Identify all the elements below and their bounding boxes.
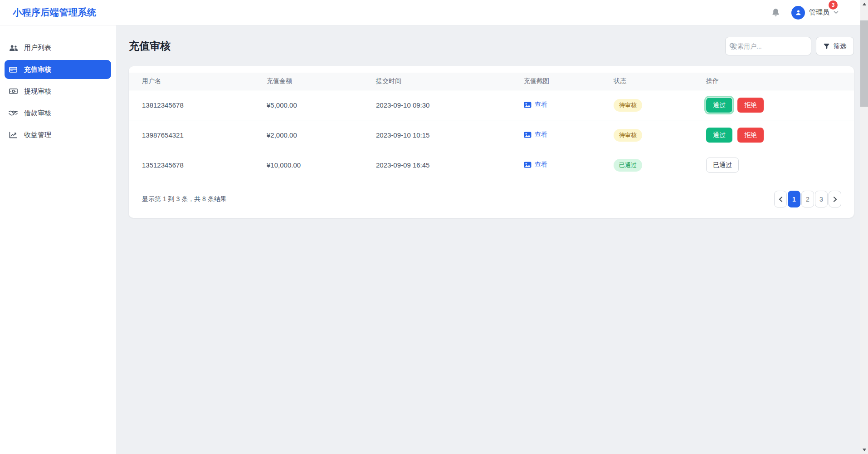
avatar [791, 6, 805, 20]
scrollbar-thumb[interactable] [860, 20, 868, 107]
image-icon [524, 162, 532, 168]
view-screenshot-link[interactable]: 查看 [524, 161, 547, 169]
user-name: 管理员 [809, 8, 829, 17]
table-header: 用户名充值金额提交时间充值截图状态操作 [129, 73, 854, 90]
view-screenshot-link[interactable]: 查看 [524, 101, 547, 109]
scrollbar-down-arrow[interactable] [860, 446, 868, 454]
chevron-down-icon [834, 11, 839, 14]
scrollbar-up-arrow[interactable] [860, 0, 868, 8]
main-content: 充值审核 筛选 用户名充值金额提交时间充值截图状态操作 13812345678¥… [116, 25, 860, 218]
sidebar-item-借款审核[interactable]: 借款审核 [5, 104, 111, 123]
view-label: 查看 [535, 101, 547, 109]
page-button-1[interactable]: 1 [788, 191, 800, 207]
filter-icon [824, 44, 829, 49]
username-cell: 13812345678 [142, 101, 267, 109]
handshake-icon [8, 110, 18, 116]
table-body: 13812345678¥5,000.002023-09-10 09:30查看待审… [129, 90, 854, 180]
view-label: 查看 [535, 161, 547, 169]
users-icon [8, 44, 18, 51]
table-row: 13512345678¥10,000.002023-09-09 16:45查看已… [129, 150, 854, 180]
approve-button[interactable]: 通过 [706, 128, 732, 143]
filter-label: 筛选 [834, 42, 846, 50]
column-header: 提交时间 [376, 77, 524, 85]
table-row: 13812345678¥5,000.002023-09-10 09:30查看待审… [129, 90, 854, 120]
search-wrap [725, 37, 811, 55]
top-header: 小程序后端管理系统 3 管理员 [0, 0, 860, 25]
next-page-button[interactable] [829, 191, 841, 207]
sidebar: 用户列表充值审核提现审核借款审核收益管理 [0, 25, 116, 454]
done-button[interactable]: 已通过 [706, 158, 739, 173]
pagination-summary: 显示第 1 到 3 条，共 8 条结果 [142, 195, 227, 203]
filter-button[interactable]: 筛选 [816, 37, 854, 55]
sidebar-item-label: 收益管理 [24, 131, 51, 139]
time-cell: 2023-09-09 16:45 [376, 161, 524, 169]
approve-button[interactable]: 通过 [706, 98, 732, 113]
page-button-2[interactable]: 2 [801, 191, 814, 207]
view-screenshot-link[interactable]: 查看 [524, 131, 547, 139]
sidebar-item-label: 提现审核 [24, 87, 51, 96]
prev-page-button[interactable] [774, 191, 787, 207]
column-header: 用户名 [142, 77, 267, 85]
status-badge: 已通过 [614, 159, 642, 172]
sidebar-item-充值审核[interactable]: 充值审核 [5, 60, 111, 79]
image-icon [524, 132, 532, 138]
sidebar-item-用户列表[interactable]: 用户列表 [5, 38, 111, 57]
username-cell: 13512345678 [142, 161, 267, 169]
search-input[interactable] [725, 37, 811, 55]
column-header: 充值金额 [267, 77, 376, 85]
table-footer: 显示第 1 到 3 条，共 8 条结果 123 [129, 180, 854, 218]
column-header: 状态 [614, 77, 706, 85]
sidebar-item-label: 充值审核 [24, 65, 51, 74]
bell-icon[interactable] [772, 8, 780, 17]
chart-line-icon [8, 132, 18, 138]
app-title: 小程序后端管理系统 [13, 6, 97, 19]
user-avatar-icon [795, 9, 802, 16]
amount-cell: ¥10,000.00 [267, 161, 376, 169]
sidebar-item-label: 借款审核 [24, 109, 51, 118]
pagination: 123 [774, 191, 841, 207]
status-badge: 待审核 [614, 129, 642, 142]
money-bill-icon [8, 88, 18, 94]
status-badge: 待审核 [614, 99, 642, 112]
column-header: 操作 [706, 77, 841, 85]
username-cell: 13987654321 [142, 131, 267, 139]
image-icon [524, 102, 532, 108]
amount-cell: ¥2,000.00 [267, 131, 376, 139]
column-header: 充值截图 [524, 77, 614, 85]
sidebar-item-收益管理[interactable]: 收益管理 [5, 125, 111, 144]
reject-button[interactable]: 拒绝 [737, 128, 764, 143]
reject-button[interactable]: 拒绝 [737, 98, 764, 113]
sidebar-nav: 用户列表充值审核提现审核借款审核收益管理 [5, 38, 111, 144]
chevron-right-icon [833, 197, 837, 202]
sidebar-item-label: 用户列表 [24, 44, 51, 52]
credit-card-icon [8, 66, 18, 73]
notification-badge: 3 [829, 0, 838, 10]
amount-cell: ¥5,000.00 [267, 101, 376, 109]
time-cell: 2023-09-10 09:30 [376, 101, 524, 109]
recharge-audit-card: 用户名充值金额提交时间充值截图状态操作 13812345678¥5,000.00… [129, 66, 854, 218]
time-cell: 2023-09-10 10:15 [376, 131, 524, 139]
sidebar-item-提现审核[interactable]: 提现审核 [5, 82, 111, 101]
table-row: 13987654321¥2,000.002023-09-10 10:15查看待审… [129, 120, 854, 150]
scrollbar [860, 0, 868, 454]
page-button-3[interactable]: 3 [815, 191, 828, 207]
chevron-left-icon [779, 197, 783, 202]
view-label: 查看 [535, 131, 547, 139]
user-menu[interactable]: 3 管理员 [791, 6, 839, 20]
page-title: 充值审核 [129, 39, 171, 53]
